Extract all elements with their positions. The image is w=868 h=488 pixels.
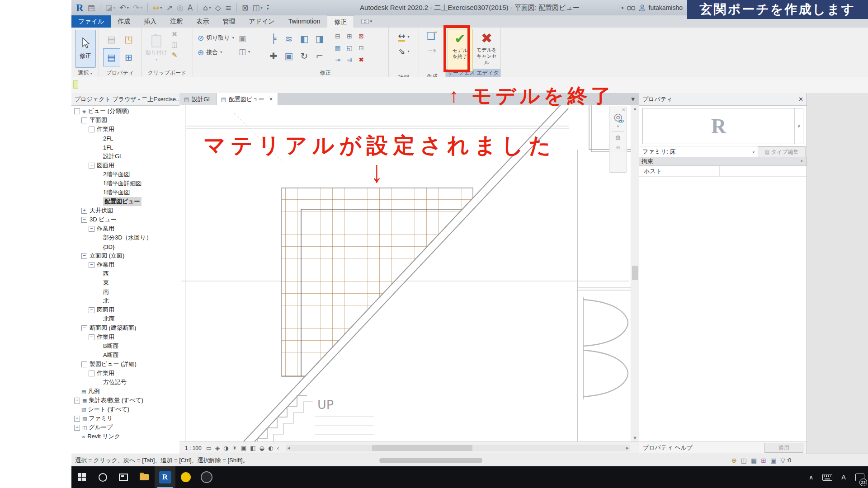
- constraints-section-header[interactable]: 拘束 ∧: [639, 157, 807, 166]
- delete-icon[interactable]: ✖: [355, 54, 367, 66]
- tree-expander-icon[interactable]: +: [81, 208, 87, 214]
- scroll-up-icon[interactable]: ▲: [631, 105, 639, 112]
- panel-back-arrow-icon[interactable]: ◂: [621, 5, 623, 10]
- tree-item-作業用[interactable]: −作業用: [71, 333, 179, 342]
- measure-between-refs-icon[interactable]: ↔▾: [398, 32, 410, 42]
- ribbon-tab-管理[interactable]: 管理: [216, 15, 242, 28]
- scale-icon[interactable]: ◱: [344, 42, 355, 54]
- type-selector[interactable]: R ∨: [642, 108, 803, 144]
- qat-dropdown-icon[interactable]: ▾: [160, 5, 162, 10]
- status-scrollbar-thumb[interactable]: [379, 458, 482, 463]
- vertical-scrollbar[interactable]: ▲ ▼: [631, 105, 639, 441]
- tree-item-北面[interactable]: 北面: [71, 314, 179, 324]
- exclude-options-icon[interactable]: ⊞: [761, 457, 766, 464]
- tree-item-作業用[interactable]: −作業用: [71, 224, 179, 233]
- tree-item-断面図 (建築断面)[interactable]: −断面図 (建築断面): [71, 324, 179, 333]
- ribbon-tab-ファイル[interactable]: ファイル: [71, 15, 111, 28]
- edit-type-button[interactable]: ▤ タイプ編集: [758, 146, 806, 157]
- trim-corner-icon[interactable]: ⌐: [312, 47, 327, 65]
- cut-geometry-button[interactable]: ⊘切り取り▾: [198, 34, 234, 42]
- family-dropdown-icon[interactable]: ∨: [752, 150, 755, 154]
- ribbon-collapse-control[interactable]: ▫▾: [361, 15, 372, 28]
- tree-item-方位記号[interactable]: 方位記号: [71, 378, 179, 387]
- modify-button[interactable]: 修正: [75, 30, 96, 68]
- ribbon-collapse-icon[interactable]: ▫: [361, 19, 368, 24]
- editable-only-icon[interactable]: ▣: [770, 457, 776, 464]
- revit-logo[interactable]: R: [76, 3, 84, 13]
- copy-icon[interactable]: ▣: [281, 47, 297, 65]
- load-family-icon[interactable]: ◳: [120, 30, 137, 48]
- match-type-icon[interactable]: ✎: [171, 52, 178, 59]
- tree-item-ビュー (分類順)[interactable]: −◈ビュー (分類順): [71, 107, 179, 116]
- tree-expander-icon[interactable]: −: [81, 217, 87, 223]
- tree-item-天井伏図[interactable]: +天井伏図: [71, 206, 179, 215]
- tree-expander-icon[interactable]: −: [89, 226, 94, 232]
- close-inactive-views-icon[interactable]: ⊠: [242, 4, 248, 12]
- filter-icon[interactable]: ▽: [780, 457, 785, 464]
- tree-item-南[interactable]: 南: [71, 287, 179, 296]
- rotate-icon[interactable]: ↻: [297, 47, 312, 65]
- copy-icon[interactable]: ◫: [171, 42, 178, 48]
- tree-expander-icon[interactable]: +: [74, 398, 80, 404]
- array-icon[interactable]: ▦: [332, 42, 344, 54]
- viewbar-expand-icon[interactable]: ‹: [277, 445, 279, 451]
- trim-extend-multiple-icon[interactable]: ⇉: [344, 54, 355, 66]
- tree-item-立面図 (立面)[interactable]: −立面図 (立面): [71, 251, 179, 260]
- tree-item-1階平面図[interactable]: 1階平面図: [71, 188, 179, 197]
- temporary-hide-icon[interactable]: ◒: [259, 445, 264, 451]
- tree-item-2階平面図[interactable]: 2階平面図: [71, 170, 179, 179]
- tree-item-凡例[interactable]: ▤凡例: [71, 387, 179, 396]
- type-selector-dropdown-icon[interactable]: ∨: [794, 108, 803, 144]
- model-box-icon[interactable]: ◪▾: [105, 4, 116, 12]
- task-view-button[interactable]: [113, 466, 134, 488]
- tree-expander-icon[interactable]: −: [89, 334, 94, 340]
- worksets-icon[interactable]: ⊕: [731, 457, 737, 464]
- family-types-icon[interactable]: ⊞: [120, 48, 137, 66]
- explorer-button[interactable]: [134, 466, 155, 488]
- open-documents-icon[interactable]: ▤: [88, 4, 95, 12]
- tree-item-3D ビュー[interactable]: −3D ビュー: [71, 215, 179, 224]
- ribbon-tab-Twinmotion[interactable]: Twinmotion: [282, 15, 327, 28]
- ribbon-tab-表示[interactable]: 表示: [189, 15, 216, 28]
- apply-button[interactable]: 適用: [764, 443, 803, 453]
- navbar-dropdown-icon[interactable]: ▾: [617, 125, 619, 128]
- qat-dropdown-icon[interactable]: ▾: [260, 5, 263, 10]
- tree-expander-icon[interactable]: −: [89, 307, 94, 313]
- qat-dropdown-icon[interactable]: ▾: [127, 5, 129, 10]
- view-tab-list-dropdown-icon[interactable]: ▼: [627, 93, 639, 105]
- start-button[interactable]: [71, 466, 92, 488]
- tree-expander-icon[interactable]: −: [89, 262, 94, 268]
- scroll-down-icon[interactable]: ▼: [631, 435, 639, 441]
- section-icon[interactable]: ◇: [215, 4, 221, 12]
- measure-between-refs-icon-dropdown-icon[interactable]: ▾: [407, 35, 409, 39]
- qat-dropdown-icon[interactable]: ▾: [113, 5, 116, 10]
- search-button[interactable]: [92, 466, 113, 488]
- tray-ime[interactable]: A: [835, 466, 852, 488]
- tree-item-部分3D（水回り）[interactable]: 部分3D（水回り）: [71, 233, 179, 242]
- tree-item-平面図[interactable]: −平面図: [71, 116, 179, 125]
- horizontal-scroll-thumb[interactable]: [372, 445, 472, 451]
- search-binoculars-icon[interactable]: [627, 5, 636, 11]
- properties-palette-icon[interactable]: ▤: [103, 30, 120, 48]
- trim-extend-single-icon[interactable]: ⇥: [332, 54, 344, 66]
- shadows-icon[interactable]: ◑: [223, 445, 228, 451]
- properties-help-link[interactable]: プロパティ ヘルプ: [643, 444, 693, 452]
- tree-item-ファミリ[interactable]: +▨ファミリ: [71, 414, 179, 423]
- qat-dropdown-icon[interactable]: ▾: [209, 5, 211, 10]
- tree-item-北[interactable]: 北: [71, 296, 179, 305]
- mirror-pick-axis-icon[interactable]: ◧: [297, 30, 312, 47]
- ribbon-tab-注釈[interactable]: 注釈: [163, 15, 189, 28]
- split-element-icon[interactable]: ⊟: [332, 30, 344, 42]
- tree-item-作業用[interactable]: −作業用: [71, 260, 179, 269]
- tree-expander-icon[interactable]: −: [74, 108, 80, 114]
- crop-region-visible-icon[interactable]: ◧: [250, 445, 255, 451]
- tray-chevron[interactable]: ∧: [803, 466, 819, 488]
- ribbon-tab-アドイン[interactable]: アドイン: [242, 15, 281, 28]
- cut-geometry-button-dropdown-icon[interactable]: ▾: [232, 36, 234, 40]
- user-name[interactable]: futakamisho: [649, 4, 683, 11]
- type-properties-icon[interactable]: ▤: [103, 48, 120, 66]
- paint-icon[interactable]: ▣: [239, 35, 250, 42]
- vertical-scroll-thumb[interactable]: [632, 266, 638, 280]
- thin-lines-icon[interactable]: ≡: [225, 4, 231, 12]
- scroll-right-icon[interactable]: ▶: [626, 445, 629, 451]
